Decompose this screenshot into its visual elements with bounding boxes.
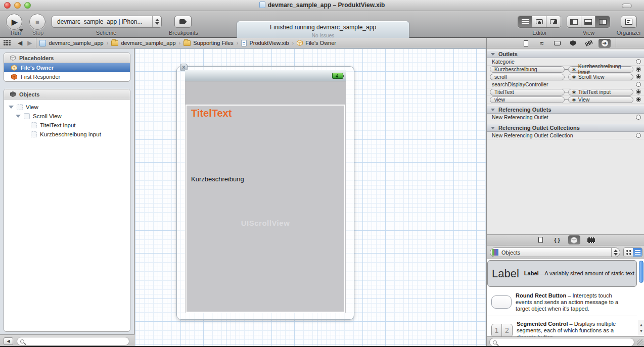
list-view-button[interactable] [633, 248, 642, 257]
project-icon [39, 40, 46, 46]
objects-header[interactable]: Objects [4, 89, 130, 100]
target-pill[interactable]: ∗TitelText input [568, 89, 633, 95]
breadcrumb-project[interactable]: devmarc_sample_app › [39, 40, 108, 46]
connection-well[interactable] [636, 89, 641, 94]
connection-well[interactable] [636, 59, 641, 64]
toolbar-toggle-button[interactable] [622, 4, 632, 8]
tree-item-kurzbeschreibung-input[interactable]: Kurzbeschreibung input [4, 130, 130, 139]
disclosure-triangle-icon[interactable] [491, 127, 495, 129]
connection-well[interactable] [636, 74, 641, 79]
connection-well[interactable] [636, 133, 641, 138]
navigator-panel: Placeholders File's Owner First Responde… [0, 48, 134, 347]
placeholders-header[interactable]: Placeholders [4, 53, 130, 63]
organizer-caption: Organizer [614, 30, 644, 36]
objects-library-cube-icon [571, 237, 577, 243]
library-group-popup[interactable]: Objects [490, 247, 620, 257]
breadcrumb-files-owner[interactable]: File's Owner [297, 40, 336, 46]
library-view-toggle [623, 247, 642, 257]
referencing-outlet-collections-header[interactable]: Referencing Outlet Collections [487, 124, 644, 132]
titeltext-label[interactable]: TitelText [191, 108, 232, 119]
object-asterisk-icon: ∗ [572, 89, 576, 95]
library-item-label[interactable]: Label Label – A variably sized amount of… [487, 260, 637, 287]
kurzbeschreibung-label[interactable]: Kurzbeschreibung [191, 175, 244, 183]
disclosure-triangle-icon[interactable] [16, 115, 21, 118]
outlet-pill[interactable]: view [490, 96, 565, 103]
view[interactable]: TitelText Kurzbeschreibung UIScrollView [185, 70, 346, 313]
forward-button[interactable]: ▶ [27, 39, 32, 46]
scrollbar-arrows[interactable]: ▲ ▼ [638, 320, 644, 335]
outlet-pill[interactable]: TitelText [490, 89, 565, 95]
tab-file-templates[interactable] [532, 234, 549, 245]
connection-well[interactable] [636, 67, 641, 72]
library-item-segmented-control[interactable]: 12 Segmented Control – Displays multiple… [487, 318, 637, 336]
toggle-debug-area-button[interactable] [581, 16, 595, 27]
organizer-button[interactable] [621, 16, 637, 28]
placeholder-files-owner[interactable]: File's Owner [4, 63, 130, 72]
icon-view-button[interactable] [624, 248, 633, 257]
assistant-editor-button[interactable] [532, 16, 546, 27]
target-pill[interactable]: ∗View [568, 96, 633, 103]
stop-button[interactable]: ■ [29, 14, 45, 30]
library-item-round-rect-button[interactable]: Round Rect Button – Intercepts touch eve… [487, 288, 637, 316]
tab-size-inspector[interactable] [581, 38, 596, 48]
back-button[interactable]: ◀ [18, 39, 22, 46]
organizer-icon [625, 19, 632, 25]
related-items-icon[interactable] [4, 40, 12, 46]
collapse-button[interactable]: ◀ [4, 337, 13, 345]
iphone-view-window[interactable]: × TitelText Kurzbeschreibung UIScrollVie… [176, 66, 354, 320]
connections-inspector-icon: ➔ [602, 40, 608, 46]
disclosure-triangle-icon[interactable] [491, 109, 495, 111]
target-pill[interactable]: ∗Kurzbeschreibung input [568, 66, 633, 73]
outlet-pill[interactable]: Kurzbeschreibung [490, 66, 565, 73]
toggle-navigator-button[interactable] [567, 16, 581, 27]
tab-objects-library[interactable] [568, 235, 580, 244]
breadcrumb-xib-file[interactable]: ProduktView.xib › [241, 40, 294, 46]
tab-code-snippets[interactable]: { } [549, 234, 566, 245]
placeholder-first-responder[interactable]: First Responder [4, 72, 130, 81]
scroll-view[interactable]: TitelText Kurzbeschreibung UIScrollView [186, 105, 345, 313]
breadcrumb-supporting-files[interactable]: Supporting Files › [183, 40, 238, 46]
scrollbar-thumb[interactable] [639, 261, 643, 283]
outlet-pill[interactable]: scroll [490, 74, 565, 80]
disclosure-triangle-icon[interactable] [9, 106, 14, 109]
tab-identity-inspector[interactable] [549, 38, 565, 48]
interface-builder-canvas[interactable]: × TitelText Kurzbeschreibung UIScrollVie… [135, 48, 486, 347]
cube-outline-icon [10, 55, 16, 61]
scroll-up-icon[interactable]: ▲ [639, 323, 643, 327]
scheme-popup[interactable]: devmarc_sample_app | iPhon... [52, 16, 162, 28]
version-editor-button[interactable] [546, 16, 561, 27]
document-icon [259, 2, 265, 8]
outlets-section-header[interactable]: Outlets [487, 50, 644, 58]
tab-file-inspector[interactable] [518, 38, 534, 48]
target-pill[interactable]: ∗Scroll View [568, 74, 633, 80]
connection-well[interactable] [636, 115, 641, 120]
navigator-pane-icon [570, 19, 578, 25]
tree-item-view[interactable]: View [4, 103, 130, 112]
standard-editor-button[interactable] [518, 16, 532, 27]
navigator-filter-field[interactable] [17, 337, 129, 345]
popup-stepper-icon[interactable] [611, 248, 620, 257]
breakpoints-button[interactable] [174, 16, 192, 28]
library-filter-field[interactable] [489, 338, 634, 346]
scroll-view-object-icon [24, 113, 30, 119]
tree-item-scroll-view[interactable]: Scroll View [4, 112, 130, 121]
connection-well[interactable] [636, 97, 641, 102]
code-snippet-icon: { } [554, 237, 560, 243]
tab-quick-help[interactable]: ≈ [534, 38, 549, 48]
breadcrumb-group[interactable]: devmarc_sample_app › [111, 40, 180, 46]
scroll-down-icon[interactable]: ▼ [639, 329, 643, 333]
disclosure-triangle-icon[interactable] [491, 53, 495, 56]
connection-well[interactable] [636, 82, 641, 87]
window-title-text: devmarc_sample_app – ProduktView.xib [268, 2, 385, 9]
referencing-outlets-header[interactable]: Referencing Outlets [487, 106, 644, 114]
resize-grip[interactable] [637, 339, 643, 346]
toggle-utilities-button[interactable] [595, 16, 610, 27]
run-button[interactable]: ▶ [6, 14, 22, 30]
tab-attributes-inspector[interactable] [565, 38, 581, 48]
tree-item-titeltext-input[interactable]: TitelText input [4, 121, 130, 130]
connection-line [565, 69, 568, 70]
scheme-stepper-icon[interactable] [152, 16, 161, 27]
scheme-value: devmarc_sample_app | iPhon... [52, 18, 152, 25]
tab-media-library[interactable] [583, 234, 600, 245]
tab-connections-inspector[interactable]: ➔ [599, 39, 611, 48]
